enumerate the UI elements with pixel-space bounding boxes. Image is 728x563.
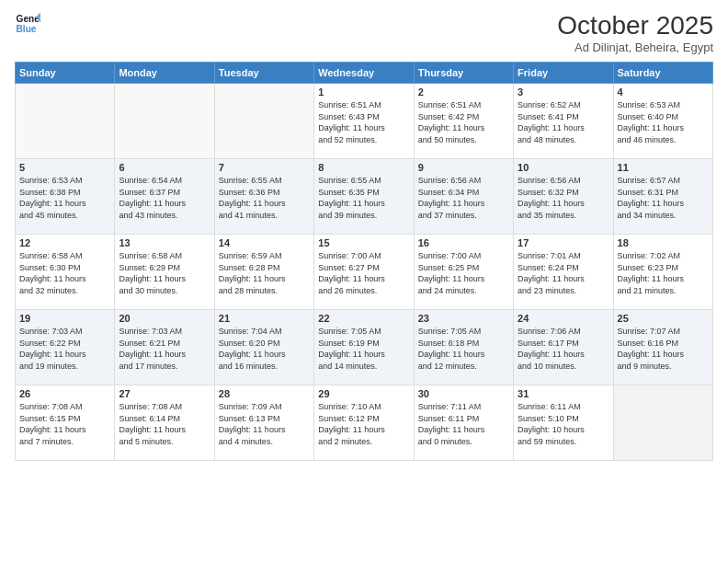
calendar-cell: 23Sunrise: 7:05 AMSunset: 6:18 PMDayligh… <box>414 310 513 385</box>
cell-content: Sunrise: 7:11 AMSunset: 6:11 PMDaylight:… <box>418 401 509 447</box>
cell-content: Sunrise: 6:55 AMSunset: 6:36 PMDaylight:… <box>219 175 310 221</box>
cell-content: Sunrise: 7:03 AMSunset: 6:22 PMDaylight:… <box>19 326 110 372</box>
day-number: 9 <box>418 162 509 173</box>
calendar-cell: 1Sunrise: 6:51 AMSunset: 6:43 PMDaylight… <box>314 84 414 159</box>
cell-content: Sunrise: 7:02 AMSunset: 6:23 PMDaylight:… <box>618 250 709 296</box>
cell-content: Sunrise: 7:07 AMSunset: 6:16 PMDaylight:… <box>618 326 709 372</box>
day-number: 28 <box>219 388 310 399</box>
day-header-sunday: Sunday <box>16 63 115 84</box>
logo: General Blue <box>15 11 40 37</box>
day-number: 7 <box>219 162 310 173</box>
day-number: 19 <box>19 313 110 324</box>
day-header-friday: Friday <box>514 63 613 84</box>
day-number: 10 <box>518 162 609 173</box>
header: General Blue October 2025 Ad Dilinjat, B… <box>15 11 713 54</box>
calendar-cell: 30Sunrise: 7:11 AMSunset: 6:11 PMDayligh… <box>414 385 513 461</box>
calendar-cell: 22Sunrise: 7:05 AMSunset: 6:19 PMDayligh… <box>314 310 414 385</box>
cell-content: Sunrise: 6:56 AMSunset: 6:34 PMDaylight:… <box>418 175 509 221</box>
cell-content: Sunrise: 7:08 AMSunset: 6:15 PMDaylight:… <box>19 401 110 447</box>
calendar-cell <box>613 385 712 461</box>
day-number: 6 <box>119 162 210 173</box>
calendar-cell: 5Sunrise: 6:53 AMSunset: 6:38 PMDaylight… <box>16 159 115 235</box>
cell-content: Sunrise: 7:10 AMSunset: 6:12 PMDaylight:… <box>318 401 409 447</box>
day-header-tuesday: Tuesday <box>214 63 313 84</box>
calendar-week-row: 5Sunrise: 6:53 AMSunset: 6:38 PMDaylight… <box>16 159 713 235</box>
cell-content: Sunrise: 6:57 AMSunset: 6:31 PMDaylight:… <box>618 175 709 221</box>
day-number: 24 <box>518 313 609 324</box>
day-number: 11 <box>618 162 709 173</box>
calendar-cell: 3Sunrise: 6:52 AMSunset: 6:41 PMDaylight… <box>514 84 613 159</box>
day-number: 1 <box>318 86 409 98</box>
calendar-cell: 19Sunrise: 7:03 AMSunset: 6:22 PMDayligh… <box>16 310 115 385</box>
calendar-cell: 26Sunrise: 7:08 AMSunset: 6:15 PMDayligh… <box>16 385 115 461</box>
month-title: October 2025 <box>557 11 713 40</box>
svg-text:Blue: Blue <box>17 24 37 34</box>
day-number: 2 <box>418 86 509 98</box>
calendar-cell: 24Sunrise: 7:06 AMSunset: 6:17 PMDayligh… <box>514 310 613 385</box>
day-header-thursday: Thursday <box>414 63 513 84</box>
location: Ad Dilinjat, Beheira, Egypt <box>557 40 713 54</box>
cell-content: Sunrise: 6:53 AMSunset: 6:38 PMDaylight:… <box>19 175 110 221</box>
page: General Blue October 2025 Ad Dilinjat, B… <box>0 0 728 563</box>
cell-content: Sunrise: 7:01 AMSunset: 6:24 PMDaylight:… <box>518 250 609 296</box>
cell-content: Sunrise: 6:58 AMSunset: 6:29 PMDaylight:… <box>119 250 210 296</box>
calendar-header-row: SundayMondayTuesdayWednesdayThursdayFrid… <box>16 63 713 84</box>
cell-content: Sunrise: 6:59 AMSunset: 6:28 PMDaylight:… <box>219 250 310 296</box>
calendar-cell: 11Sunrise: 6:57 AMSunset: 6:31 PMDayligh… <box>613 159 712 235</box>
day-number: 26 <box>19 388 110 399</box>
cell-content: Sunrise: 6:58 AMSunset: 6:30 PMDaylight:… <box>19 250 110 296</box>
calendar-week-row: 12Sunrise: 6:58 AMSunset: 6:30 PMDayligh… <box>16 235 713 310</box>
calendar-cell: 20Sunrise: 7:03 AMSunset: 6:21 PMDayligh… <box>115 310 214 385</box>
day-number: 16 <box>418 237 509 248</box>
day-number: 22 <box>318 313 409 324</box>
calendar-cell <box>16 84 115 159</box>
cell-content: Sunrise: 7:06 AMSunset: 6:17 PMDaylight:… <box>518 326 609 372</box>
day-number: 14 <box>219 237 310 248</box>
cell-content: Sunrise: 7:00 AMSunset: 6:27 PMDaylight:… <box>318 250 409 296</box>
calendar-week-row: 1Sunrise: 6:51 AMSunset: 6:43 PMDaylight… <box>16 84 713 159</box>
calendar-cell: 12Sunrise: 6:58 AMSunset: 6:30 PMDayligh… <box>16 235 115 310</box>
calendar-cell: 8Sunrise: 6:55 AMSunset: 6:35 PMDaylight… <box>314 159 414 235</box>
cell-content: Sunrise: 7:09 AMSunset: 6:13 PMDaylight:… <box>219 401 310 447</box>
cell-content: Sunrise: 7:05 AMSunset: 6:18 PMDaylight:… <box>418 326 509 372</box>
calendar-cell: 7Sunrise: 6:55 AMSunset: 6:36 PMDaylight… <box>214 159 313 235</box>
calendar-cell <box>115 84 214 159</box>
cell-content: Sunrise: 7:00 AMSunset: 6:25 PMDaylight:… <box>418 250 509 296</box>
calendar-cell: 6Sunrise: 6:54 AMSunset: 6:37 PMDaylight… <box>115 159 214 235</box>
cell-content: Sunrise: 7:04 AMSunset: 6:20 PMDaylight:… <box>219 326 310 372</box>
calendar-cell: 17Sunrise: 7:01 AMSunset: 6:24 PMDayligh… <box>514 235 613 310</box>
calendar-cell: 14Sunrise: 6:59 AMSunset: 6:28 PMDayligh… <box>214 235 313 310</box>
day-header-saturday: Saturday <box>613 63 712 84</box>
day-number: 8 <box>318 162 409 173</box>
calendar-cell: 4Sunrise: 6:53 AMSunset: 6:40 PMDaylight… <box>613 84 712 159</box>
calendar-cell <box>214 84 313 159</box>
calendar-week-row: 26Sunrise: 7:08 AMSunset: 6:15 PMDayligh… <box>16 385 713 461</box>
calendar-cell: 25Sunrise: 7:07 AMSunset: 6:16 PMDayligh… <box>613 310 712 385</box>
calendar-cell: 28Sunrise: 7:09 AMSunset: 6:13 PMDayligh… <box>214 385 313 461</box>
day-number: 27 <box>119 388 210 399</box>
day-number: 30 <box>418 388 509 399</box>
day-number: 5 <box>19 162 110 173</box>
cell-content: Sunrise: 7:03 AMSunset: 6:21 PMDaylight:… <box>119 326 210 372</box>
calendar-cell: 2Sunrise: 6:51 AMSunset: 6:42 PMDaylight… <box>414 84 513 159</box>
cell-content: Sunrise: 6:52 AMSunset: 6:41 PMDaylight:… <box>518 99 609 145</box>
calendar-cell: 29Sunrise: 7:10 AMSunset: 6:12 PMDayligh… <box>314 385 414 461</box>
calendar-cell: 21Sunrise: 7:04 AMSunset: 6:20 PMDayligh… <box>214 310 313 385</box>
cell-content: Sunrise: 7:05 AMSunset: 6:19 PMDaylight:… <box>318 326 409 372</box>
day-number: 12 <box>19 237 110 248</box>
day-number: 25 <box>618 313 709 324</box>
day-number: 31 <box>518 388 609 399</box>
title-block: October 2025 Ad Dilinjat, Beheira, Egypt <box>557 11 713 54</box>
day-number: 13 <box>119 237 210 248</box>
calendar-cell: 9Sunrise: 6:56 AMSunset: 6:34 PMDaylight… <box>414 159 513 235</box>
cell-content: Sunrise: 6:11 AMSunset: 5:10 PMDaylight:… <box>518 401 609 447</box>
day-number: 20 <box>119 313 210 324</box>
day-number: 4 <box>618 86 709 98</box>
calendar-cell: 13Sunrise: 6:58 AMSunset: 6:29 PMDayligh… <box>115 235 214 310</box>
day-number: 18 <box>618 237 709 248</box>
day-header-wednesday: Wednesday <box>314 63 414 84</box>
calendar-cell: 10Sunrise: 6:56 AMSunset: 6:32 PMDayligh… <box>514 159 613 235</box>
calendar-cell: 27Sunrise: 7:08 AMSunset: 6:14 PMDayligh… <box>115 385 214 461</box>
cell-content: Sunrise: 6:53 AMSunset: 6:40 PMDaylight:… <box>618 99 709 145</box>
cell-content: Sunrise: 6:51 AMSunset: 6:42 PMDaylight:… <box>418 99 509 145</box>
